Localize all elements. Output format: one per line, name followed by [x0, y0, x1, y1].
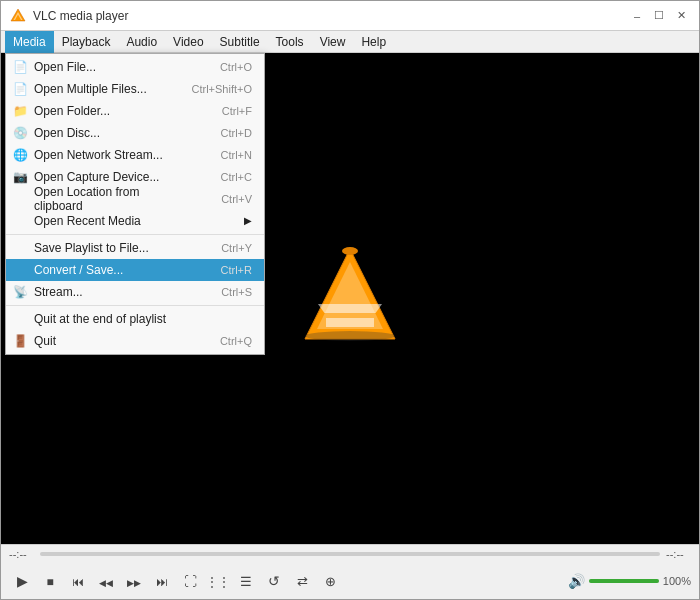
progress-area: --:-- --:-- [1, 545, 699, 563]
menu-quit[interactable]: 🚪 Quit Ctrl+Q [6, 330, 264, 352]
loop-button[interactable] [261, 568, 287, 594]
menu-view[interactable]: View [312, 31, 354, 53]
play-pause-button[interactable] [9, 568, 35, 594]
playlist-button[interactable] [233, 568, 259, 594]
capture-icon: 📷 [12, 169, 28, 185]
volume-icon: 🔊 [568, 573, 585, 589]
title-controls: – ☐ ✕ [627, 6, 691, 26]
ext-icon [206, 573, 230, 589]
volume-area: 🔊 100% [568, 573, 691, 589]
prev-icon [72, 573, 84, 589]
play-icon [17, 573, 28, 589]
window-title: VLC media player [33, 9, 128, 23]
folder-icon: 📁 [12, 103, 28, 119]
ext-button[interactable] [205, 568, 231, 594]
menu-open-location[interactable]: Open Location from clipboard Ctrl+V [6, 188, 264, 210]
rewind-icon [99, 573, 113, 589]
open-file-icon: 📄 [12, 59, 28, 75]
title-bar-left: VLC media player [9, 7, 128, 25]
progress-bar[interactable] [40, 552, 660, 556]
more-button[interactable] [317, 568, 343, 594]
stream-icon: 📡 [12, 284, 28, 300]
menu-help[interactable]: Help [353, 31, 394, 53]
menu-save-playlist[interactable]: Save Playlist to File... Ctrl+Y [6, 237, 264, 259]
menu-open-network[interactable]: 🌐 Open Network Stream... Ctrl+N [6, 144, 264, 166]
volume-bar[interactable] [589, 579, 659, 583]
next-icon [156, 573, 168, 589]
svg-point-9 [342, 247, 358, 255]
next-button[interactable] [149, 568, 175, 594]
menu-open-recent[interactable]: Open Recent Media ▶ [6, 210, 264, 232]
stop-button[interactable] [37, 568, 63, 594]
submenu-arrow-icon: ▶ [244, 215, 252, 226]
playlist-icon [240, 573, 252, 589]
fullscreen-icon [184, 573, 197, 589]
menu-open-folder[interactable]: 📁 Open Folder... Ctrl+F [6, 100, 264, 122]
menu-playback[interactable]: Playback [54, 31, 119, 53]
network-icon: 🌐 [12, 147, 28, 163]
title-bar: VLC media player – ☐ ✕ [1, 1, 699, 31]
minimize-button[interactable]: – [627, 6, 647, 26]
disc-icon: 💿 [12, 125, 28, 141]
loop-icon [268, 573, 280, 589]
svg-rect-7 [326, 318, 374, 327]
maximize-button[interactable]: ☐ [649, 6, 669, 26]
menu-convert-save[interactable]: Convert / Save... Ctrl+R [6, 259, 264, 281]
prev-button[interactable] [65, 568, 91, 594]
menu-tools[interactable]: Tools [268, 31, 312, 53]
quit-icon: 🚪 [12, 333, 28, 349]
menu-subtitle[interactable]: Subtitle [212, 31, 268, 53]
volume-pct-label: 100% [663, 575, 691, 587]
ff-button[interactable] [121, 568, 147, 594]
open-multiple-icon: 📄 [12, 81, 28, 97]
menu-bar: Media 📄 Open File... Ctrl+O 📄 Open Multi… [1, 31, 699, 53]
vlc-logo [300, 244, 400, 354]
volume-fill [589, 579, 659, 583]
menu-open-multiple[interactable]: 📄 Open Multiple Files... Ctrl+Shift+O [6, 78, 264, 100]
separator-2 [6, 305, 264, 306]
vlc-app-icon [9, 7, 27, 25]
more-icon [325, 573, 336, 589]
menu-audio[interactable]: Audio [118, 31, 165, 53]
fullscreen-button[interactable] [177, 568, 203, 594]
menu-open-disc[interactable]: 💿 Open Disc... Ctrl+D [6, 122, 264, 144]
shuffle-icon [297, 573, 308, 589]
time-end: --:-- [666, 548, 691, 560]
media-dropdown: 📄 Open File... Ctrl+O 📄 Open Multiple Fi… [5, 53, 265, 355]
controls-row: 🔊 100% [1, 563, 699, 599]
media-menu-wrapper: Media 📄 Open File... Ctrl+O 📄 Open Multi… [5, 31, 54, 53]
close-button[interactable]: ✕ [671, 6, 691, 26]
menu-video[interactable]: Video [165, 31, 211, 53]
menu-open-file[interactable]: 📄 Open File... Ctrl+O [6, 56, 264, 78]
main-window: VLC media player – ☐ ✕ Media 📄 Open File… [0, 0, 700, 600]
menu-quit-end[interactable]: Quit at the end of playlist [6, 308, 264, 330]
menu-stream[interactable]: 📡 Stream... Ctrl+S [6, 281, 264, 303]
stop-icon [46, 573, 53, 589]
shuffle-button[interactable] [289, 568, 315, 594]
svg-rect-6 [318, 304, 382, 313]
ff-icon [127, 573, 141, 589]
bottom-controls: --:-- --:-- [1, 544, 699, 599]
time-start: --:-- [9, 548, 34, 560]
rewind-button[interactable] [93, 568, 119, 594]
menu-media[interactable]: Media [5, 31, 54, 53]
svg-point-8 [305, 331, 395, 341]
separator-1 [6, 234, 264, 235]
